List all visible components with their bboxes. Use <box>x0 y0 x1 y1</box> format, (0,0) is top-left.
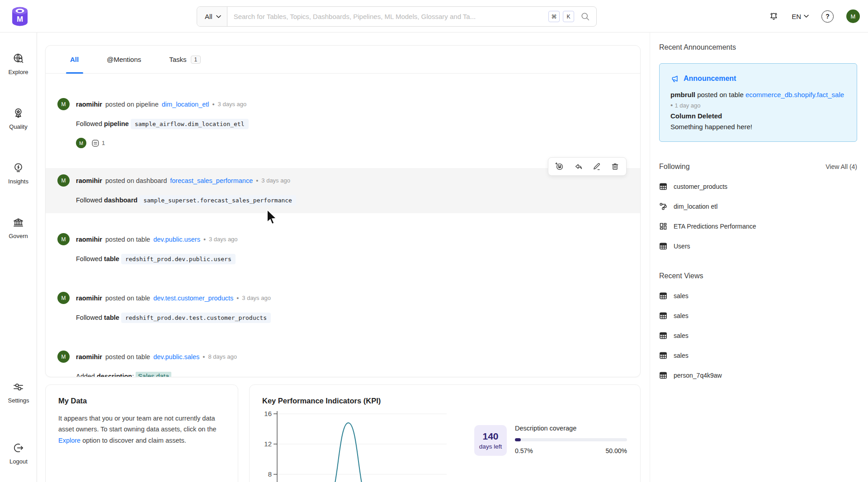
search-filter-dropdown[interactable]: All <box>197 7 227 26</box>
tab-all[interactable]: All <box>70 46 79 73</box>
my-data-title: My Data <box>58 397 225 405</box>
following-section-title: Following <box>659 163 690 171</box>
feed-hover-toolbar <box>548 157 627 176</box>
k-key-badge: K <box>563 11 574 22</box>
following-view-all-link[interactable]: View All (4) <box>826 163 857 170</box>
feed-timestamp: 3 days ago <box>242 295 271 301</box>
table-icon <box>659 312 667 320</box>
tab-tasks[interactable]: Tasks 1 <box>169 46 201 73</box>
megaphone-icon <box>670 75 679 83</box>
feed-timestamp: 8 days ago <box>208 353 237 360</box>
announcement-card: Announcement pmbrull posted on table eco… <box>659 63 857 142</box>
coverage-progress-fill <box>515 438 521 441</box>
announcement-title: Column Deleted <box>670 111 846 121</box>
sidebar-item-logout[interactable]: Logout <box>9 442 28 465</box>
fqn-chip: sample_airflow.dim_location_etl <box>131 119 249 129</box>
fqn-chip: redshift_prod.dev.public.users <box>121 254 236 264</box>
search-input[interactable] <box>227 13 548 20</box>
announcements-section-title: Recent Announcements <box>659 43 857 51</box>
recent-view-item[interactable]: sales <box>659 332 857 340</box>
following-item[interactable]: Users <box>659 242 857 250</box>
announcement-user: pmbrull <box>670 91 695 98</box>
sidebar-item-govern[interactable]: Govern <box>9 216 28 239</box>
sidebar-item-quality[interactable]: Quality <box>9 107 27 130</box>
pipeline-icon <box>659 202 667 211</box>
insights-bulb-icon <box>12 162 24 174</box>
logout-icon <box>12 442 24 454</box>
feed-action: posted on table <box>105 236 150 243</box>
feed-timestamp: 3 days ago <box>218 101 247 108</box>
feed-action: posted on pipeline <box>105 101 159 108</box>
table-icon <box>659 351 667 360</box>
language-selector[interactable]: EN <box>792 13 809 20</box>
emoji-reaction-icon[interactable] <box>555 162 564 171</box>
chevron-down-icon <box>804 14 809 18</box>
following-item[interactable]: dim_location etl <box>659 202 857 211</box>
tab-mentions[interactable]: @Mentions <box>107 46 141 73</box>
kpi-series-line <box>328 423 369 482</box>
recent-view-item[interactable]: sales <box>659 312 857 320</box>
days-left-value: 140 <box>482 431 498 442</box>
dashboard-icon <box>659 222 667 230</box>
y-tick-12: 12 <box>264 440 272 448</box>
sidebar-item-explore[interactable]: Explore <box>8 52 28 75</box>
activity-feed-card: All @Mentions Tasks 1 M raomihir posted … <box>45 45 641 377</box>
edit-pencil-icon[interactable] <box>592 162 601 171</box>
feed-entry: M raomihir posted on table dev.public.us… <box>46 227 640 272</box>
comment-count-button[interactable]: 1 <box>91 139 105 147</box>
feed-action: posted on table <box>105 353 150 360</box>
recent-view-item[interactable]: sales <box>659 292 857 300</box>
sidebar-item-settings[interactable]: Settings <box>8 381 29 404</box>
days-left-badge: 140 days left <box>474 425 507 456</box>
search-filter-label: All <box>205 13 212 20</box>
delete-trash-icon[interactable] <box>611 162 619 171</box>
feed-entry: M raomihir posted on dashboard forecast_… <box>46 168 640 213</box>
following-item[interactable]: ETA Predictions Performance <box>659 222 857 230</box>
feed-timestamp: 3 days ago <box>261 177 290 184</box>
y-tick-16: 16 <box>264 410 272 417</box>
feed-entity-link[interactable]: forecast_sales_performance <box>170 177 253 184</box>
explore-link[interactable]: Explore <box>58 437 80 444</box>
kpi-card: Key Performance Indicators (KPI) 16 12 8… <box>249 384 641 482</box>
quality-medal-icon <box>12 107 24 119</box>
announcement-entity-link[interactable]: ecommerce_db.shopify.fact_sale <box>745 91 844 98</box>
comment-icon <box>91 139 99 147</box>
announcement-badge-label: Announcement <box>684 73 736 84</box>
feed-entity-link[interactable]: dev.public.users <box>153 236 200 243</box>
dot-separator: • <box>212 101 215 108</box>
svg-text:M: M <box>17 15 23 23</box>
feed-entity-link[interactable]: dev.public.sales <box>153 353 199 360</box>
description-highlight: Sales data <box>136 372 171 377</box>
feed-entry: M raomihir posted on pipeline dim_locati… <box>46 92 640 154</box>
recent-view-item[interactable]: sales <box>659 351 857 360</box>
dot-separator: • <box>670 101 673 109</box>
feed-user: raomihir <box>76 101 102 108</box>
user-avatar[interactable]: M <box>846 9 860 23</box>
top-header: M All ⌘ K EN ? M <box>0 0 868 33</box>
govern-bank-icon <box>12 216 24 229</box>
coverage-label: Description coverage <box>515 425 627 432</box>
sidebar-bottom: Settings Logout <box>0 381 37 465</box>
feed-tabs: All @Mentions Tasks 1 <box>46 46 640 74</box>
coverage-progress-bar <box>515 438 627 441</box>
dot-separator: • <box>203 353 205 360</box>
dot-separator: • <box>236 295 239 302</box>
avatar: M <box>57 174 70 187</box>
following-item[interactable]: customer_products <box>659 183 857 191</box>
feed-user: raomihir <box>76 295 102 302</box>
table-icon <box>659 292 667 300</box>
feed-entity-link[interactable]: dev.test.customer_products <box>153 295 233 302</box>
right-panel: Recent Announcements Announcement pmbrul… <box>650 33 868 482</box>
openmetadata-logo[interactable]: M <box>9 5 31 27</box>
table-icon <box>659 242 667 250</box>
feed-entry: M raomihir posted on table dev.test.cust… <box>46 285 640 331</box>
search-icon <box>581 12 590 21</box>
notifications-bell-icon[interactable] <box>769 11 779 22</box>
avatar: M <box>57 98 70 110</box>
feed-entity-link[interactable]: dim_location_etl <box>162 101 209 108</box>
announcement-description: Something happened here! <box>670 122 846 132</box>
help-button[interactable]: ? <box>821 10 834 23</box>
recent-view-item[interactable]: person_7q4k9aw <box>659 371 857 379</box>
sidebar-item-insights[interactable]: Insights <box>8 162 28 185</box>
reply-icon[interactable] <box>574 162 582 171</box>
